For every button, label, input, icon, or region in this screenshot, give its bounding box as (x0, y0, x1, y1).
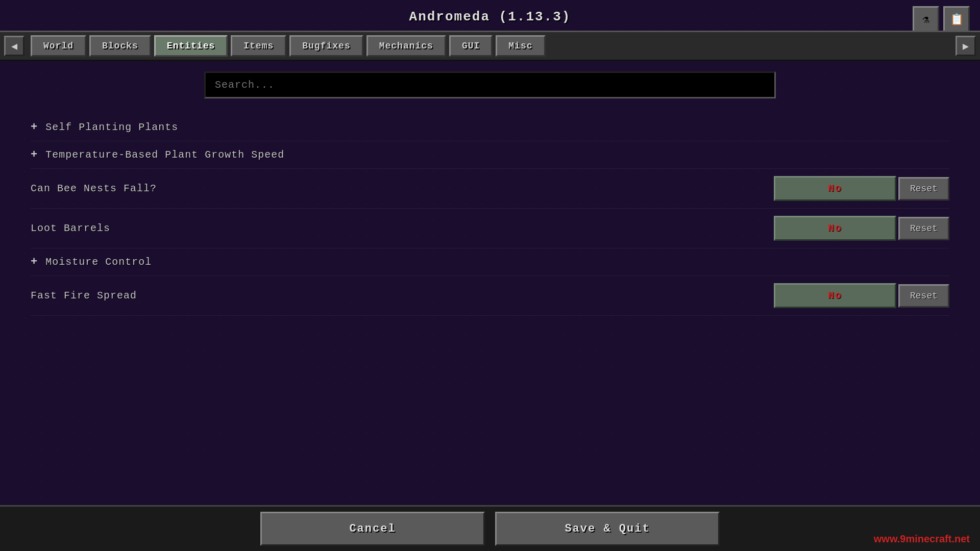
save-quit-button[interactable]: Save & Quit (495, 512, 720, 546)
expand-icon: + (31, 121, 37, 134)
tab-mechanics[interactable]: Mechanics (366, 35, 446, 57)
fast-fire-spread-toggle[interactable]: No (774, 283, 896, 308)
tab-world[interactable]: World (31, 35, 86, 57)
tab-bugfixes[interactable]: Bugfixes (289, 35, 363, 57)
setting-controls: No Reset (774, 216, 949, 241)
search-container (204, 71, 776, 98)
nav-right-arrow[interactable]: ▶ (955, 36, 976, 56)
list-item[interactable]: + Temperature-Based Plant Growth Speed (31, 141, 949, 169)
top-right-icons: ⚗ 📋 (913, 6, 970, 33)
lab-icon: ⚗ (922, 13, 929, 27)
list-item: Loot Barrels No Reset (31, 209, 949, 248)
nav-left-arrow[interactable]: ◀ (4, 36, 24, 56)
tab-blocks[interactable]: Blocks (89, 35, 151, 57)
header: Andromeda (1.13.3) ⚗ 📋 (0, 0, 980, 31)
loot-barrels-reset[interactable]: Reset (898, 217, 949, 240)
lab-icon-button[interactable]: ⚗ (913, 6, 939, 33)
loot-barrels-toggle[interactable]: No (774, 216, 896, 241)
app-title: Andromeda (1.13.3) (409, 9, 571, 24)
setting-controls: No Reset (774, 176, 949, 201)
setting-label: Loot Barrels (31, 222, 774, 234)
tab-gui[interactable]: GUI (449, 35, 493, 57)
list-item[interactable]: + Moisture Control (31, 248, 949, 276)
cancel-button[interactable]: Cancel (260, 512, 485, 546)
watermark: www.9minecraft.net (874, 533, 970, 545)
left-arrow-icon: ◀ (11, 40, 17, 53)
book-icon-button[interactable]: 📋 (943, 6, 970, 33)
list-item: Fast Fire Spread No Reset (31, 276, 949, 316)
book-icon: 📋 (950, 13, 964, 27)
fast-fire-spread-reset[interactable]: Reset (898, 284, 949, 308)
setting-label: Fast Fire Spread (31, 290, 774, 302)
can-bee-nests-fall-reset[interactable]: Reset (898, 177, 949, 201)
search-input[interactable] (204, 71, 776, 98)
setting-label: Moisture Control (45, 256, 949, 268)
bottom-bar: Cancel Save & Quit www.9minecraft.net (0, 505, 980, 551)
setting-label: Self Planting Plants (45, 121, 949, 133)
expand-icon: + (31, 148, 37, 161)
setting-label: Can Bee Nests Fall? (31, 183, 774, 194)
main-area: + Self Planting Plants + Temperature-Bas… (0, 61, 980, 326)
nav-bar: ◀ World Blocks Entities Items Bugfixes M… (0, 31, 980, 61)
settings-list: + Self Planting Plants + Temperature-Bas… (31, 114, 949, 316)
tab-entities[interactable]: Entities (154, 35, 228, 57)
can-bee-nests-fall-toggle[interactable]: No (774, 176, 896, 201)
expand-icon: + (31, 256, 37, 268)
tab-items[interactable]: Items (231, 35, 286, 57)
right-arrow-icon: ▶ (963, 40, 969, 53)
list-item[interactable]: + Self Planting Plants (31, 114, 949, 141)
setting-controls: No Reset (774, 283, 949, 308)
list-item: Can Bee Nests Fall? No Reset (31, 169, 949, 209)
setting-label: Temperature-Based Plant Growth Speed (45, 149, 949, 161)
tab-misc[interactable]: Misc (496, 35, 545, 57)
